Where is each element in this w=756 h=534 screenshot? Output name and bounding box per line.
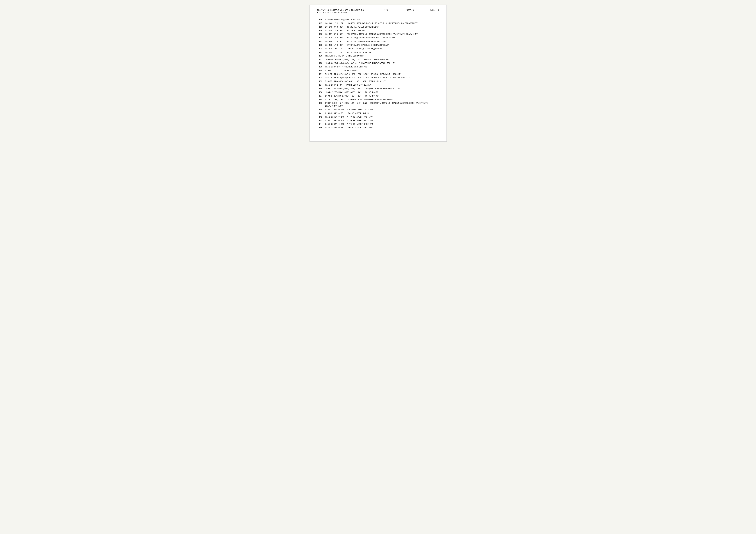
table-row: 140С151-2260' 0,445' ' КАБЕЛЬ АКВВГ 4X2,… bbox=[317, 109, 439, 111]
row-content: С151-2263' 0,075' ' ТО ЖЕ АКВВГ 10X2,5ММ… bbox=[325, 119, 439, 122]
row-number: 134 bbox=[317, 84, 325, 87]
row-number: 143 bbox=[317, 119, 325, 122]
table-row: 1351504-17252(Н9=1,082)(=13)' 13' ' СОЕД… bbox=[317, 88, 439, 90]
table-row: 119Ц8-145-1' 9,90' ' ТО ЖЕ В КАНАЛЕ* bbox=[317, 29, 439, 32]
row-number: 116 bbox=[317, 18, 325, 21]
header-page-num: – I28 – bbox=[382, 9, 390, 12]
page-header: ПРОГРАММНЫЙ КОМПЛЕКС АВС-ЗЕС ( РЕДАКЦИЯ … bbox=[317, 9, 439, 14]
table-row: 131Т24-05 П1-661(=13)' 0,080' 220.1,082'… bbox=[317, 73, 439, 76]
footer: ) bbox=[317, 132, 439, 135]
header-doc-num1: 24383-13 bbox=[406, 9, 415, 12]
table-row: 1371504-17254(Н9=1,082)(=13)' 10' ' ТО Ж… bbox=[317, 95, 439, 98]
table-row: 132Т24-05 П1-969(=13)' 0,080' 130.1,082'… bbox=[317, 77, 439, 80]
row-number: 136 bbox=[317, 91, 325, 94]
page: ПРОГРАММНЫЙ КОМПЛЕКС АВС-ЗЕС ( РЕДАКЦИЯ … bbox=[310, 5, 446, 141]
table-row: 125Ц8-149-1' 1,29' ' ТО ЖЕ КАБЕЛЯ В ТРУБ… bbox=[317, 51, 439, 54]
row-number: 124 bbox=[317, 47, 325, 50]
row-number: 145 bbox=[317, 127, 325, 129]
row-number: 118 bbox=[317, 26, 325, 29]
row-number: 122 bbox=[317, 40, 325, 43]
row-number: 135 bbox=[317, 88, 325, 90]
table-row: 142С151-2262' 0,145' ' ТО ЖЕ АКВВГ 7X2,5… bbox=[317, 116, 439, 119]
row-content: Ц8-149-1' 1,29' ' ТО ЖЕ КАБЕЛЯ В ТРУБУ* bbox=[325, 51, 439, 54]
table-row: 134С153-254' 2,3' ' ЛАМПЫ В230-240-15,25… bbox=[317, 84, 439, 87]
row-content: Ц8-417-3' 0,50' ' ПРОКЛАДКА ТРУБ ИЗ ПОЛИ… bbox=[325, 33, 439, 36]
row-content: Т24-05 П1-661(=13)' 0,080' 220.1,082' СТ… bbox=[325, 73, 439, 76]
table-row: 120Ц8-417-3' 0,50' ' ПРОКЛАДКА ТРУБ ИЗ П… bbox=[317, 33, 439, 36]
row-number: 119 bbox=[317, 29, 325, 32]
row-content: Т24-05 П1-468(=13)' 45' 1,85.1,082' ЛОТК… bbox=[325, 80, 439, 83]
row-number: 139 bbox=[317, 102, 325, 105]
row-content: П2#КАБЕЛЬНЫЕ ИЗДЕЛИЯ И ТРУБЫ* bbox=[325, 18, 439, 21]
row-content: Ц8-148-9' 9,33' ' ТО ЖЕ НА МЕТАЛЛОКОНСРУ… bbox=[325, 26, 439, 29]
table-row: 123Ц8-409-1' 0,36' ' ЗАТЯГИВАНИЕ ПРОВОДА… bbox=[317, 44, 439, 47]
row-number: 117 bbox=[317, 22, 325, 25]
row-number: 138 bbox=[317, 98, 325, 101]
table-row: 139СТДОП.ВЫН3 45 П4206(=13)' 5,0' 3,78' … bbox=[317, 102, 439, 108]
table-row: 130С153-227' 2' ' ТО ЖЕ СУВ-М* bbox=[317, 69, 439, 72]
row-number: 127 bbox=[317, 58, 325, 61]
row-number: 129 bbox=[317, 65, 325, 68]
table-row: 122Ц8-408-1' 0,36' ' ТО ЖЕ МЕТАЛЛОРУКАВА… bbox=[317, 40, 439, 43]
row-content: 1504-17254(Н9=1,082)(=13)' 10' ' ТО ЖЕ К… bbox=[325, 95, 439, 98]
table-row: 116П2#КАБЕЛЬНЫЕ ИЗДЕЛИЯ И ТРУБЫ* bbox=[317, 18, 439, 21]
table-row: 141С151-2261' 0,25' ' ТО ЖЕ АКВВГ 5X2,5* bbox=[317, 112, 439, 115]
row-content: 1504-17253(Н9=1,082)(=13)' 14' ' ТО ЖЕ К… bbox=[325, 91, 439, 94]
row-number: 137 bbox=[317, 95, 325, 98]
row-number: 123 bbox=[317, 44, 325, 47]
table-row: 138С113-1(=13)' 36' ' СТОИМОСТЬ МЕТАЛЛОР… bbox=[317, 98, 439, 101]
table-row: 143С151-2263' 0,075' ' ТО ЖЕ АКВВГ 10X2,… bbox=[317, 119, 439, 122]
row-number: 144 bbox=[317, 123, 325, 126]
row-number: 121 bbox=[317, 37, 325, 39]
row-content: 1504-6029(Н9=1,08)(=13)' 4' ' ПАКЕТНЫЕ В… bbox=[325, 62, 439, 65]
row-content: С153-254' 2,3' ' ЛАМПЫ В230-240-15,25* bbox=[325, 84, 439, 87]
row-content: С153-227' 2' ' ТО ЖЕ СУВ-М* bbox=[325, 69, 439, 72]
table-row: 144С151-2264' 0,995' ' ТО ЖЕ АКВВГ 14X2,… bbox=[317, 123, 439, 126]
row-number: 142 bbox=[317, 116, 325, 119]
row-content: С153-228' 13' ' СВЕТИЛЬНИКИ СУП-МУ2* bbox=[325, 65, 439, 68]
row-content: Ц8-409-11' 1,49' ' ТО ЖЕ ЗА КАЖДЫЙ ПОСЛЕ… bbox=[325, 47, 439, 50]
table-row: 129С153-228' 13' ' СВЕТИЛЬНИКИ СУП-МУ2* bbox=[317, 65, 439, 68]
row-number: 125 bbox=[317, 51, 325, 54]
table-row: 124Ц8-409-11' 1,49' ' ТО ЖЕ ЗА КАЖДЫЙ ПО… bbox=[317, 47, 439, 50]
row-content: РМАТЕРИАЛЫ НЕ УЧТЁННЫЕ ЦЕННИКОМ* bbox=[325, 55, 439, 58]
row-number: 133 bbox=[317, 80, 325, 83]
row-content: С151-2265' 0,14' ' ТО ЖЕ АКВВГ 19X2,5ММ* bbox=[325, 127, 439, 129]
row-content: С151-2264' 0,995' ' ТО ЖЕ АКВВГ 14X2,5ММ… bbox=[325, 123, 439, 126]
row-content: С151-2261' 0,25' ' ТО ЖЕ АКВВГ 5X2,5* bbox=[325, 112, 439, 115]
row-content: Ц8-409-1' 0,36' ' ЗАТЯГИВАНИЕ ПРОВОДА В … bbox=[325, 44, 439, 47]
row-content: Ц8-146-1' 21,02' ' КАБЕЛЬ ПРОКЛАДЫВАЕМЫЙ… bbox=[325, 22, 439, 25]
content-list: 116П2#КАБЕЛЬНЫЕ ИЗДЕЛИЯ И ТРУБЫ*117Ц8-14… bbox=[317, 18, 439, 129]
table-row: 121Ц8-406-1' 0,27' ' ТО ЖЕ ВОДОГАЗОПРОВО… bbox=[317, 37, 439, 39]
row-content: С113-1(=13)' 36' ' СТОИМОСТЬ МЕТАЛЛОРУКБ… bbox=[325, 98, 439, 101]
header-program: ПРОГРАММНЫЙ КОМПЛЕКС АВС-ЗЕС ( РЕДАКЦИЯ … bbox=[317, 9, 367, 12]
table-row: 126РМАТЕРИАЛЫ НЕ УЧТЁННЫЕ ЦЕННИКОМ* bbox=[317, 55, 439, 58]
table-row: 133Т24-05 П1-468(=13)' 45' 1,85.1,082' Л… bbox=[317, 80, 439, 83]
table-row: 117Ц8-146-1' 21,02' ' КАБЕЛЬ ПРОКЛАДЫВАЕ… bbox=[317, 22, 439, 25]
header-album: Г.2-ІУ-3.90 Альбом ІЗ Книга 2 bbox=[317, 12, 349, 14]
row-content: С151-2262' 0,145' ' ТО ЖЕ АКВВГ 7X2,5ММ* bbox=[325, 116, 439, 119]
row-content: Ц8-145-1' 9,90' ' ТО ЖЕ В КАНАЛЕ* bbox=[325, 29, 439, 32]
row-number: 132 bbox=[317, 77, 325, 80]
row-content: Ц8-408-1' 0,36' ' ТО ЖЕ МЕТАЛЛОРУКАВА ДИ… bbox=[325, 40, 439, 43]
row-content: С151-2260' 0,445' ' КАБЕЛЬ АКВВГ 4X2,5ММ… bbox=[325, 109, 439, 111]
row-content: СТДОП.ВЫН3 45 П4206(=13)' 5,0' 3,78' СТО… bbox=[325, 102, 439, 108]
row-number: 120 bbox=[317, 33, 325, 36]
header-doc-num2: 14890116 bbox=[430, 9, 439, 12]
row-number: 131 bbox=[317, 73, 325, 76]
table-row: 118Ц8-148-9' 9,33' ' ТО ЖЕ НА МЕТАЛЛОКОН… bbox=[317, 26, 439, 29]
table-row: 145С151-2265' 0,14' ' ТО ЖЕ АКВВГ 19X2,5… bbox=[317, 127, 439, 129]
row-number: 126 bbox=[317, 55, 325, 58]
row-number: 128 bbox=[317, 62, 325, 65]
row-content: 1602-50114(Н9=1,062)(=13)' 6' ' ЗВОНКИ Э… bbox=[325, 58, 439, 61]
row-content: Ц8-406-1' 0,27' ' ТО ЖЕ ВОДОГАЗОПРОВОДНО… bbox=[325, 37, 439, 39]
row-number: 140 bbox=[317, 109, 325, 111]
table-row: 1271602-50114(Н9=1,062)(=13)' 6' ' ЗВОНК… bbox=[317, 58, 439, 61]
row-number: 130 bbox=[317, 69, 325, 72]
table-row: 1281504-6029(Н9=1,08)(=13)' 4' ' ПАКЕТНЫ… bbox=[317, 62, 439, 65]
table-row: 1361504-17253(Н9=1,082)(=13)' 14' ' ТО Ж… bbox=[317, 91, 439, 94]
row-content: 1504-17252(Н9=1,082)(=13)' 13' ' СОЕДИНИ… bbox=[325, 88, 439, 90]
row-content: Т24-05 П1-969(=13)' 0,080' 130.1,082' ПО… bbox=[325, 77, 439, 80]
row-number: 141 bbox=[317, 112, 325, 115]
